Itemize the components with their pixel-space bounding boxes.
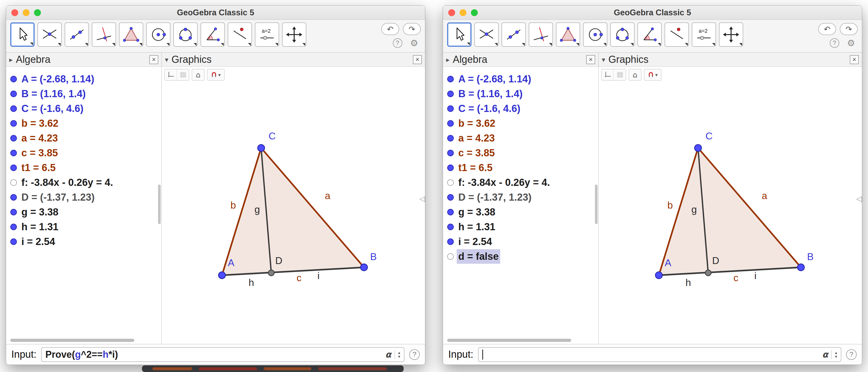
toggle-grid-button[interactable] xyxy=(614,69,626,80)
label-D[interactable]: D xyxy=(712,255,719,266)
algebra-item[interactable]: a = 4.23 xyxy=(447,131,598,145)
polygon-tool-button[interactable] xyxy=(119,23,143,47)
disclosure-triangle-icon[interactable]: ▾ xyxy=(602,56,605,64)
visibility-dot-icon[interactable] xyxy=(447,209,454,216)
slider-tool-button[interactable]: a=2 xyxy=(255,23,279,47)
point-B[interactable] xyxy=(361,264,368,271)
visibility-dot-icon[interactable] xyxy=(447,194,454,201)
visibility-dot-icon[interactable] xyxy=(447,238,454,245)
label-b[interactable]: b xyxy=(230,200,236,211)
algebra-item[interactable]: h = 1.31 xyxy=(447,220,598,234)
tool-dropdown-icon[interactable] xyxy=(467,42,470,46)
algebra-item[interactable]: b = 3.62 xyxy=(447,116,598,131)
triangle-t1[interactable] xyxy=(222,148,364,275)
graphics-view[interactable]: ⌂ ▾ xyxy=(162,67,425,344)
input-help-icon[interactable]: ? xyxy=(846,349,857,360)
reflection-tool-button[interactable] xyxy=(664,23,689,47)
visibility-dot-icon[interactable] xyxy=(10,194,17,201)
standard-view-home-button[interactable]: ⌂ xyxy=(192,69,204,80)
tool-dropdown-icon[interactable] xyxy=(522,43,525,46)
perpendicular-line-tool-button[interactable] xyxy=(92,23,116,47)
tool-dropdown-icon[interactable] xyxy=(194,43,196,46)
title-bar[interactable]: GeoGebra Classic 5 xyxy=(443,5,862,20)
label-B[interactable]: B xyxy=(807,251,814,262)
algebra-item[interactable]: h = 1.31 xyxy=(10,220,161,234)
visibility-dot-icon[interactable] xyxy=(10,209,17,216)
algebra-item[interactable]: i = 2.54 xyxy=(447,234,598,249)
visibility-dot-icon[interactable] xyxy=(447,105,454,112)
visibility-dot-icon[interactable] xyxy=(447,120,454,127)
tool-dropdown-icon[interactable] xyxy=(712,43,715,46)
disclosure-triangle-icon[interactable]: ▸ xyxy=(9,56,13,64)
title-bar[interactable]: GeoGebra Classic 5 xyxy=(6,5,425,20)
tool-dropdown-icon[interactable] xyxy=(112,43,115,46)
stepper-down-icon[interactable]: ▾ xyxy=(398,354,400,359)
zoom-window-button[interactable] xyxy=(471,9,478,16)
algebra-item[interactable]: C = (-1.6, 4.6) xyxy=(447,101,598,116)
algebra-item[interactable]: a = 4.23 xyxy=(10,131,161,145)
angle-tool-button[interactable]: α xyxy=(638,23,662,47)
alpha-symbols-button[interactable]: α xyxy=(385,349,391,360)
point-B[interactable] xyxy=(798,264,804,271)
perpendicular-line-tool-button[interactable] xyxy=(529,23,553,47)
tool-dropdown-icon[interactable] xyxy=(139,43,142,46)
label-A[interactable]: A xyxy=(665,257,672,268)
label-a[interactable]: a xyxy=(325,190,330,201)
close-panel-icon[interactable]: × xyxy=(149,55,158,64)
tool-dropdown-icon[interactable] xyxy=(302,43,305,46)
point-capturing-dropdown[interactable]: ▾ xyxy=(207,69,224,80)
algebra-panel-header[interactable]: ▸ Algebra × xyxy=(443,53,598,67)
command-input[interactable]: Prove(g^2==h*i) α ▴▾ xyxy=(41,347,404,362)
stepper-down-icon[interactable]: ▾ xyxy=(835,354,837,359)
graphics-panel-header[interactable]: ▾ Graphics × xyxy=(599,53,862,67)
point-C[interactable] xyxy=(258,144,265,151)
toggle-axes-button[interactable] xyxy=(165,69,177,80)
move-tool-button[interactable] xyxy=(10,23,35,47)
visibility-dot-icon[interactable] xyxy=(10,238,17,245)
algebra-item[interactable]: A = (-2.68, 1.14) xyxy=(10,71,161,86)
triangle-t1[interactable] xyxy=(659,148,801,275)
zoom-window-button[interactable] xyxy=(34,9,41,16)
input-history-stepper[interactable]: ▴▾ xyxy=(835,351,837,359)
tool-dropdown-icon[interactable] xyxy=(58,43,61,46)
label-g[interactable]: g xyxy=(691,204,697,215)
redo-button[interactable]: ↷ xyxy=(840,23,858,35)
label-a[interactable]: a xyxy=(762,190,767,201)
tool-dropdown-icon[interactable] xyxy=(739,43,742,46)
algebra-item[interactable]: t1 = 6.5 xyxy=(10,160,161,175)
visibility-dot-icon[interactable] xyxy=(10,224,17,230)
construction-canvas[interactable]: C A B D b g a h c i xyxy=(162,67,425,344)
label-c[interactable]: c xyxy=(297,273,302,284)
algebra-panel-header[interactable]: ▸ Algebra × xyxy=(6,53,161,67)
disclosure-triangle-icon[interactable]: ▾ xyxy=(165,56,168,64)
tool-dropdown-icon[interactable] xyxy=(630,43,633,46)
tool-dropdown-icon[interactable] xyxy=(30,42,33,46)
move-graphics-view-tool-button[interactable] xyxy=(282,23,306,47)
algebra-item[interactable]: D = (-1.37, 1.23) xyxy=(10,190,161,205)
label-B[interactable]: B xyxy=(370,251,377,262)
point-A[interactable] xyxy=(655,272,662,279)
visibility-dot-icon[interactable] xyxy=(447,135,454,142)
label-h[interactable]: h xyxy=(685,277,691,288)
label-h[interactable]: h xyxy=(249,277,254,288)
label-c[interactable]: c xyxy=(734,273,739,284)
algebra-item[interactable]: c = 3.85 xyxy=(10,145,161,160)
label-C[interactable]: C xyxy=(706,131,713,142)
angle-tool-button[interactable]: α xyxy=(200,23,225,47)
label-D[interactable]: D xyxy=(275,255,282,266)
undo-button[interactable]: ↶ xyxy=(381,23,399,35)
tool-dropdown-icon[interactable] xyxy=(603,43,606,46)
visibility-dot-icon[interactable] xyxy=(10,105,17,112)
collapse-panel-arrow-icon[interactable]: ◁ xyxy=(856,194,862,203)
line-tool-button[interactable] xyxy=(501,23,526,47)
label-A[interactable]: A xyxy=(228,257,235,268)
tool-dropdown-icon[interactable] xyxy=(275,43,278,46)
algebra-item[interactable]: d = false xyxy=(447,249,598,264)
undo-button[interactable]: ↶ xyxy=(818,23,836,35)
algebra-item[interactable]: B = (1.16, 1.4) xyxy=(447,86,598,101)
circle-three-points-tool-button[interactable] xyxy=(610,23,634,47)
slider-tool-button[interactable]: a=2 xyxy=(692,23,716,47)
tool-dropdown-icon[interactable] xyxy=(221,43,224,46)
reflection-tool-button[interactable] xyxy=(228,23,252,47)
point-tool-button[interactable] xyxy=(474,23,499,47)
